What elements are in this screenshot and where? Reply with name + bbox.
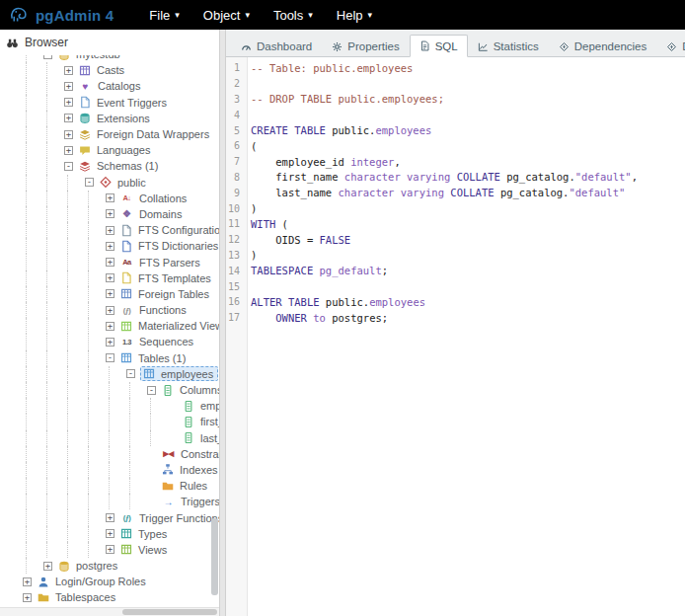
collapse-icon[interactable]: - <box>85 178 94 187</box>
tab-dependencies[interactable]: Dependencies <box>549 35 657 57</box>
tree-item-functions[interactable]: +(ƒ)Functions <box>0 302 219 318</box>
expand-icon[interactable]: + <box>64 82 73 91</box>
tab-dependents[interactable]: Dependents <box>656 35 685 57</box>
tree-item-foreign-tables[interactable]: +Foreign Tables <box>0 286 219 302</box>
tree-indent-guide <box>67 350 83 366</box>
expand-icon[interactable]: + <box>106 529 114 538</box>
tree-item-postgres[interactable]: +postgres <box>0 558 219 574</box>
tree-indent-guide <box>26 542 41 558</box>
tree-item-foreign-data-wrappers[interactable]: +Foreign Data Wrappers <box>0 126 219 142</box>
tree-item-schemas-1[interactable]: -Schemas (1) <box>0 158 219 174</box>
collapse-icon[interactable]: - <box>126 369 135 378</box>
tree-item-public[interactable]: -public <box>0 175 219 191</box>
tree-item-fts-parsers[interactable]: +AaFTS Parsers <box>0 254 219 270</box>
tree-item-event-triggers[interactable]: +Event Triggers <box>0 95 219 111</box>
tree-indent-guide <box>26 494 41 509</box>
tree-item-label: Foreign Data Wrappers <box>97 128 209 140</box>
panel-splitter[interactable] <box>219 30 226 616</box>
tree-item-tables-1[interactable]: -Tables (1) <box>0 350 219 366</box>
tree-item-columns-3[interactable]: -Columns (3) <box>0 382 219 398</box>
expand-icon[interactable]: + <box>64 114 73 122</box>
tree-item-employees[interactable]: -employees <box>0 366 219 382</box>
tree-vertical-scrollbar-thumb[interactable] <box>211 518 218 595</box>
expand-icon[interactable]: + <box>106 289 114 298</box>
expand-icon[interactable]: + <box>64 130 73 139</box>
tree-item-last-name[interactable]: last_name <box>0 430 219 446</box>
tree-item-views[interactable]: +Views <box>0 542 219 558</box>
selected-tree-item[interactable]: employees <box>140 366 218 381</box>
menu-file[interactable]: File▾ <box>139 3 189 28</box>
tree-item-catalogs[interactable]: +♥Catalogs <box>0 78 219 94</box>
code-line: 4 <box>226 107 685 122</box>
tab-dashboard[interactable]: Dashboard <box>231 35 322 57</box>
tree-indent-guide <box>67 398 83 414</box>
tree-horizontal-scrollbar[interactable] <box>0 607 219 616</box>
expand-icon[interactable]: + <box>106 306 114 315</box>
tree-item-casts[interactable]: +Casts <box>0 62 219 78</box>
expand-icon[interactable]: + <box>106 322 114 331</box>
tree-item-fts-dictionaries[interactable]: +FTS Dictionaries <box>0 238 219 254</box>
tree-indent-guide <box>67 302 83 318</box>
tree-indent-guide <box>88 334 104 349</box>
foreign-tables-icon <box>119 287 133 300</box>
tree-item-constraints[interactable]: ▶◀Constraints <box>0 446 219 462</box>
tree-item-extensions[interactable]: +Extensions <box>0 111 219 126</box>
code-text: employee_id integer, <box>245 156 401 168</box>
collapse-icon[interactable]: - <box>106 353 114 362</box>
menu-help[interactable]: Help▾ <box>327 3 382 28</box>
tree-horizontal-scrollbar-thumb[interactable] <box>122 609 217 615</box>
tree-item-fts-templates[interactable]: +FTS Templates <box>0 270 219 286</box>
tree-indent-guide <box>5 206 21 222</box>
expand-icon[interactable]: + <box>23 578 32 586</box>
expand-icon[interactable]: + <box>106 242 114 251</box>
menu-tools[interactable]: Tools▾ <box>264 3 323 28</box>
expand-icon[interactable]: + <box>64 98 73 107</box>
collapse-icon[interactable]: - <box>147 386 156 395</box>
tree-item-rules[interactable]: Rules <box>0 478 219 494</box>
menu-object[interactable]: Object▾ <box>193 3 260 28</box>
tree-item-fts-configurations[interactable]: +FTS Configurations <box>0 222 219 238</box>
tree-item-triggers[interactable]: →Triggers <box>0 494 219 509</box>
tree-item-types[interactable]: +Types <box>0 526 219 542</box>
tree-item-first-name[interactable]: first_name <box>0 414 219 429</box>
views-icon <box>119 543 133 556</box>
collapse-icon[interactable]: - <box>64 162 73 171</box>
expand-icon[interactable]: + <box>106 338 114 346</box>
expand-icon[interactable]: + <box>43 562 52 571</box>
expand-icon[interactable]: + <box>106 273 114 282</box>
expand-icon[interactable]: + <box>106 258 114 267</box>
tab-properties[interactable]: Properties <box>322 35 409 57</box>
collapse-icon[interactable]: - <box>43 55 52 59</box>
code-text: ALTER TABLE public.employees <box>245 296 425 308</box>
expand-icon[interactable]: + <box>64 146 73 155</box>
tree-item-login-group-roles[interactable]: +Login/Group Roles <box>0 574 219 589</box>
tree-indent-guide <box>26 191 41 206</box>
tree-item-employee-id[interactable]: employee_id <box>0 398 219 414</box>
tree-item-materialized-views[interactable]: +Materialized Views <box>0 318 219 334</box>
tree-item-mytestdb[interactable]: -mytestdb <box>0 55 219 62</box>
expand-icon[interactable]: + <box>106 193 114 202</box>
tree-item-indexes[interactable]: Indexes <box>0 462 219 478</box>
tree-vertical-scrollbar[interactable] <box>211 81 218 597</box>
tree-item-domains[interactable]: +❖Domains <box>0 206 219 222</box>
tree-item-languages[interactable]: +Languages <box>0 142 219 158</box>
tree-indent-guide <box>5 589 21 605</box>
expand-icon[interactable]: + <box>106 513 114 522</box>
expand-icon[interactable]: + <box>106 226 114 235</box>
tab-label: Dashboard <box>257 40 312 52</box>
expand-icon[interactable]: + <box>23 593 32 602</box>
tree-indent-guide <box>5 78 21 94</box>
expand-icon[interactable]: + <box>106 209 114 218</box>
sql-code-editor[interactable]: 1-- Table: public.employees23-- DROP TAB… <box>226 57 685 616</box>
tree-item-trigger-functions[interactable]: +(ƒ)Trigger Functions <box>0 509 219 525</box>
tab-sql[interactable]: SQL <box>410 35 468 57</box>
indexes-icon <box>161 463 175 476</box>
tab-statistics[interactable]: Statistics <box>468 35 549 57</box>
tree-item-sequences[interactable]: +1.3Sequences <box>0 334 219 349</box>
tree-item-collations[interactable]: +A↓Collations <box>0 191 219 206</box>
expand-icon[interactable]: + <box>106 545 114 554</box>
tree-item-tablespaces[interactable]: +Tablespaces <box>0 589 219 605</box>
expand-icon[interactable]: + <box>64 66 73 75</box>
menubar-menus: File▾Object▾Tools▾Help▾ <box>139 3 382 28</box>
tree-indent-guide <box>5 478 21 494</box>
